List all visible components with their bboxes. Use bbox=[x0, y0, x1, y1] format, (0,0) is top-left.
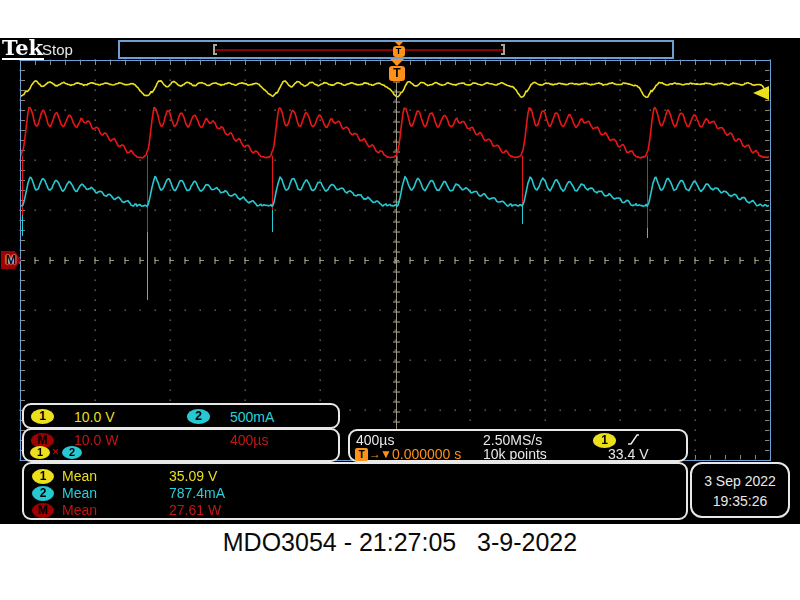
time-label: 19:35:26 bbox=[692, 491, 788, 511]
record-trigger-marker-icon: T bbox=[391, 41, 406, 57]
record-window-left-bracket-icon bbox=[213, 44, 217, 55]
oscilloscope-screenshot: Tek Stop T T M 1 10.0 V 2 500mA M 10.0 W bbox=[0, 0, 800, 600]
date-label: 3 Sep 2022 bbox=[692, 471, 788, 491]
trigger-level-arrow-icon bbox=[753, 86, 769, 100]
math-readout: M 10.0 W 400µs 1 × 2 bbox=[22, 428, 340, 462]
meas3-ch-badge: M bbox=[32, 503, 54, 518]
meas2-ch-badge: 2 bbox=[32, 486, 54, 501]
math-scale: 10.0 W bbox=[74, 432, 118, 448]
math-expr-ch1-badge: 1 bbox=[30, 446, 50, 459]
wave-record-view-bar: T bbox=[118, 40, 674, 59]
trigger-t-icon: T bbox=[389, 66, 405, 81]
trigger-level: 33.4 V bbox=[608, 446, 648, 462]
record-length: 10k points bbox=[483, 446, 547, 462]
triangle-down-icon bbox=[390, 59, 404, 66]
ch2-badge: 2 bbox=[187, 409, 210, 424]
math-expr-ch2-badge: 2 bbox=[62, 446, 82, 459]
meas2-value: 787.4mA bbox=[169, 485, 225, 501]
trigger-position-line bbox=[396, 90, 397, 100]
horizontal-trigger-readout: 400µs 2.50MS/s 1 T →▼ 0.000000 s 10k poi… bbox=[348, 429, 688, 462]
measurements-readout: 1 Mean 35.09 V 2 Mean 787.4mA M Mean 27.… bbox=[22, 462, 688, 520]
record-window-right-bracket-icon bbox=[501, 44, 505, 55]
trigger-delay: 0.000000 s bbox=[392, 446, 461, 462]
meas1-ch-badge: 1 bbox=[32, 469, 54, 484]
channel-scale-readout: 1 10.0 V 2 500mA bbox=[22, 403, 340, 429]
ch1-badge: 1 bbox=[31, 409, 54, 424]
datetime-readout: 3 Sep 2022 19:35:26 bbox=[690, 462, 790, 518]
screenshot-caption: MDO3054 - 21:27:05 3-9-2022 bbox=[0, 528, 800, 557]
tek-logo: Tek bbox=[2, 38, 44, 60]
trigger-position-flag: T bbox=[388, 59, 406, 81]
trigger-t-icon: T bbox=[355, 448, 368, 461]
trigger-t-icon: T bbox=[393, 46, 405, 57]
ch2-scale: 500mA bbox=[230, 409, 274, 425]
math-expr-operator: × bbox=[52, 445, 59, 459]
horizontal-timebase: 400µs bbox=[356, 432, 394, 448]
meas3-name: Mean bbox=[62, 502, 97, 518]
ch1-scale: 10.0 V bbox=[74, 409, 114, 425]
scope-screen: Tek Stop T T M 1 10.0 V 2 500mA M 10.0 W bbox=[0, 38, 800, 524]
meas2-name: Mean bbox=[62, 485, 97, 501]
meas1-name: Mean bbox=[62, 468, 97, 484]
math-timebase: 400µs bbox=[230, 432, 268, 448]
meas3-value: 27.61 W bbox=[169, 502, 221, 518]
record-view-line bbox=[215, 49, 505, 51]
delay-arrows-icon: →▼ bbox=[369, 447, 391, 461]
acquisition-status: Stop bbox=[42, 41, 73, 58]
meas1-value: 35.09 V bbox=[169, 468, 217, 484]
